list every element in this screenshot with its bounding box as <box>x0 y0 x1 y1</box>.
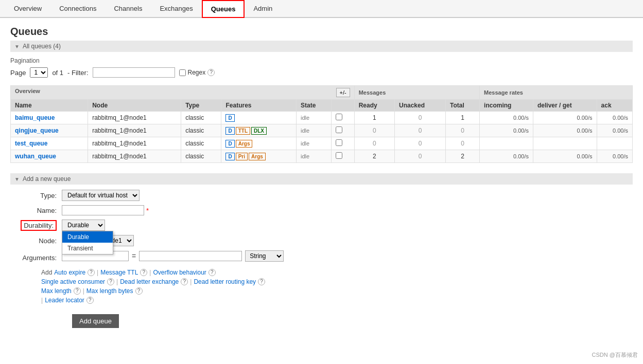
nav-connections[interactable]: Connections <box>50 0 105 18</box>
pagination-label: Pagination <box>10 57 633 64</box>
queue-name-link-test_queue[interactable]: test_queue <box>15 140 47 147</box>
queue-incoming <box>480 137 533 150</box>
nav-exchanges[interactable]: Exchanges <box>151 0 201 18</box>
queue-ready: 0 <box>354 137 394 150</box>
feature-badge-DLX: DLX <box>251 127 267 135</box>
page-label: Page <box>10 69 26 77</box>
max-length-help[interactable]: ? <box>74 287 81 295</box>
max-length-bytes-link[interactable]: Max length bytes <box>86 287 133 295</box>
dead-letter-exchange-help[interactable]: ? <box>181 278 188 285</box>
type-select[interactable]: Default for virtual host Classic Quorum <box>62 190 140 201</box>
feature-badge-D: D <box>225 114 234 122</box>
filter-label: - Filter: <box>67 69 88 77</box>
add-queue-section: ▼ Add a new queue Type: Default for virt… <box>10 173 633 328</box>
col-incoming: incoming <box>480 100 533 112</box>
col-unacked: Unacked <box>395 100 446 112</box>
max-length-bytes-help[interactable]: ? <box>135 287 143 295</box>
feature-badge-Args: Args <box>236 140 253 148</box>
name-row: Name: * <box>10 205 633 215</box>
plusminus-button[interactable]: +/- <box>336 88 350 97</box>
arguments-label: Arguments: <box>10 254 62 262</box>
queue-checkbox[interactable] <box>336 126 342 133</box>
nav-overview[interactable]: Overview <box>5 0 50 18</box>
overflow-help[interactable]: ? <box>208 269 216 276</box>
queue-checkbox[interactable] <box>336 114 342 120</box>
regex-label: Regex ? <box>179 69 215 76</box>
feature-badge-D: D <box>225 153 234 160</box>
add-links-row-2: Single active consumer ? | Dead letter e… <box>41 278 633 285</box>
args-value-input[interactable] <box>139 251 242 261</box>
add-queue-label: Add a new queue <box>23 175 71 183</box>
page-select[interactable]: 1 <box>30 67 48 78</box>
args-type-select[interactable]: String Number Boolean <box>245 250 284 262</box>
queue-checkbox[interactable] <box>336 152 342 159</box>
durability-option-transient[interactable]: Transient <box>62 243 113 254</box>
regex-help[interactable]: ? <box>207 69 215 76</box>
queue-deliver-get: 0.00/s <box>533 112 597 124</box>
queue-features: D <box>221 112 297 124</box>
message-rates-header: Message rates <box>480 86 633 100</box>
queue-state: idle <box>296 124 331 137</box>
add-queue-header: ▼ Add a new queue <box>10 173 633 185</box>
col-deliver-get: deliver / get <box>533 100 597 112</box>
single-active-consumer-link[interactable]: Single active consumer <box>41 278 105 285</box>
col-node: Node <box>88 100 181 112</box>
type-label: Type: <box>10 192 62 199</box>
queue-unacked: 0 <box>395 137 446 150</box>
queue-node: rabbitmq_1@node1 <box>88 150 181 163</box>
auto-expire-link[interactable]: Auto expire <box>54 269 85 276</box>
leader-locator-help[interactable]: ? <box>86 297 94 304</box>
queue-features: DArgs <box>221 137 297 150</box>
nav-queues[interactable]: Queues <box>202 0 245 18</box>
table-row: baimu_queuerabbitmq_1@node1classicDidle1… <box>11 112 633 124</box>
nav-channels[interactable]: Channels <box>105 0 151 18</box>
durability-option-durable[interactable]: Durable <box>62 231 113 243</box>
regex-checkbox[interactable] <box>179 69 186 76</box>
queue-state: idle <box>296 150 331 163</box>
leader-locator-link[interactable]: Leader locator <box>45 297 84 304</box>
dead-letter-routing-help[interactable]: ? <box>258 278 265 285</box>
durability-dropdown-popup: Durable Transient <box>62 231 113 254</box>
dead-letter-routing-key-link[interactable]: Dead letter routing key <box>194 278 256 285</box>
queue-name-link-qingjue_queue[interactable]: qingjue_queue <box>15 127 59 134</box>
queue-type: classic <box>181 124 221 137</box>
col-total: Total <box>445 100 479 112</box>
max-length-link[interactable]: Max length <box>41 287 72 295</box>
overflow-behaviour-link[interactable]: Overflow behaviour <box>153 269 206 276</box>
table-row: wuhan_queuerabbitmq_1@node1classicDPriAr… <box>11 150 633 163</box>
queue-ack: 0.00/s <box>597 150 632 163</box>
queue-type: classic <box>181 112 221 124</box>
queue-total: 2 <box>445 150 479 163</box>
add-queue-button[interactable]: Add queue <box>72 314 119 328</box>
message-ttl-help[interactable]: ? <box>140 269 147 276</box>
auto-expire-help[interactable]: ? <box>88 269 95 276</box>
queue-name-link-wuhan_queue[interactable]: wuhan_queue <box>15 153 56 160</box>
table-row: qingjue_queuerabbitmq_1@node1classicDTTL… <box>11 124 633 137</box>
nav-admin[interactable]: Admin <box>245 0 281 18</box>
col-type: Type <box>181 100 221 112</box>
durability-label: Durability: <box>21 220 57 231</box>
feature-badge-D: D <box>225 140 234 148</box>
queue-name-link-baimu_queue[interactable]: baimu_queue <box>15 114 55 121</box>
all-queues-header: ▼ All queues (4) <box>10 41 633 52</box>
filter-input[interactable] <box>93 67 175 78</box>
queue-ready: 2 <box>354 150 394 163</box>
col-features: Features <box>221 100 297 112</box>
collapse-icon[interactable]: ▼ <box>14 44 20 49</box>
table-row: test_queuerabbitmq_1@node1classicDArgsid… <box>11 137 633 150</box>
queue-state: idle <box>296 112 331 124</box>
queue-node: rabbitmq_1@node1 <box>88 112 181 124</box>
name-label: Name: <box>10 207 62 214</box>
name-input[interactable] <box>62 205 144 215</box>
add-collapse-icon[interactable]: ▼ <box>14 176 20 182</box>
dead-letter-exchange-link[interactable]: Dead letter exchange <box>120 278 179 285</box>
pagination-row: Page 1 of 1 - Filter: Regex ? <box>10 67 633 78</box>
add-links-row-4: | Leader locator ? <box>41 297 633 304</box>
durability-select[interactable]: Durable Transient <box>62 220 105 231</box>
queue-total: 0 <box>445 124 479 137</box>
queue-checkbox[interactable] <box>336 139 342 146</box>
durability-row: Durability: Durable Transient Durable Tr… <box>10 220 633 231</box>
queue-incoming: 0.00/s <box>480 124 533 137</box>
message-ttl-link[interactable]: Message TTL <box>100 269 138 276</box>
single-active-help[interactable]: ? <box>107 278 114 285</box>
